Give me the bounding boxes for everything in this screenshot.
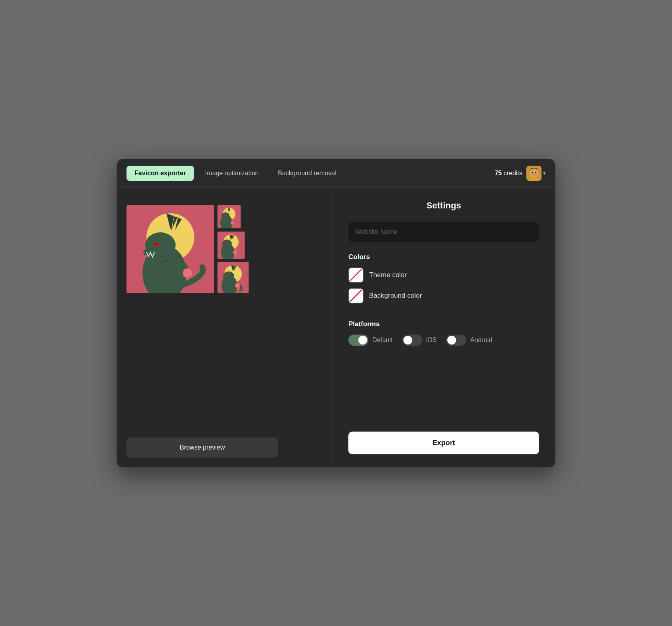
avatar-image	[526, 166, 542, 181]
credits-text: 75 credits	[495, 170, 522, 177]
background-color-swatch[interactable]	[348, 288, 364, 303]
svg-point-3	[535, 172, 536, 173]
main-content: Browse preview Settings Colors Theme col…	[117, 188, 555, 467]
platforms-label: Platforms	[348, 320, 539, 328]
swatch-slash-icon	[349, 268, 363, 282]
right-panel: Settings Colors Theme color Back	[332, 188, 555, 467]
nav-bar: Favicon exporter Image optimization Back…	[117, 159, 555, 188]
platform-ios-label: iOS	[426, 337, 437, 344]
platforms-section: Platforms Default iOS	[348, 320, 539, 346]
toggle-ios[interactable]	[402, 335, 422, 346]
background-color-row: Background color	[348, 288, 539, 303]
app-window: Favicon exporter Image optimization Back…	[117, 159, 555, 468]
svg-point-36	[226, 274, 228, 276]
avatar	[526, 166, 542, 181]
toggle-android[interactable]	[446, 335, 466, 346]
background-color-label: Background color	[369, 292, 422, 300]
bottom-bar-left: Browse preview	[126, 431, 322, 458]
svg-point-12	[155, 243, 158, 246]
credits-area: 75 credits	[495, 166, 546, 181]
small-previews	[217, 205, 249, 293]
colors-label: Colors	[348, 253, 539, 261]
left-panel: Browse preview	[117, 188, 332, 467]
toggle-android-knob	[447, 336, 456, 345]
svg-rect-4	[530, 178, 538, 181]
preview-area	[126, 197, 322, 431]
platform-default: Default	[348, 335, 393, 346]
platform-android: Android	[446, 335, 492, 346]
user-avatar-button[interactable]: ▾	[526, 166, 546, 181]
swatch-slash-bg-icon	[349, 289, 363, 303]
platform-ios: iOS	[402, 335, 437, 346]
browse-preview-button[interactable]: Browse preview	[126, 438, 278, 458]
theme-color-label: Theme color	[369, 271, 407, 279]
platform-android-label: Android	[470, 337, 492, 344]
svg-point-2	[532, 172, 533, 173]
toggle-ios-knob	[403, 336, 412, 345]
theme-color-swatch[interactable]	[348, 267, 364, 283]
platform-default-label: Default	[372, 337, 393, 344]
small-preview-3	[217, 262, 249, 293]
svg-point-1	[530, 168, 538, 178]
toggle-default[interactable]	[348, 335, 368, 346]
colors-section: Colors Theme color Background color	[348, 253, 539, 309]
small-preview-2	[217, 232, 245, 259]
tab-favicon-exporter[interactable]: Favicon exporter	[126, 166, 194, 181]
chevron-down-icon: ▾	[543, 170, 546, 176]
favicon-preview-group	[126, 205, 249, 293]
small-preview-1	[217, 205, 241, 228]
svg-point-20	[224, 214, 225, 216]
svg-point-38	[235, 283, 240, 288]
svg-point-30	[233, 250, 237, 254]
svg-point-28	[225, 242, 227, 244]
website-name-input[interactable]	[348, 222, 539, 242]
export-button[interactable]: Export	[348, 432, 539, 454]
theme-color-row: Theme color	[348, 267, 539, 283]
platforms-row: Default iOS Android	[348, 335, 539, 346]
tab-background-removal[interactable]: Background removal	[270, 166, 344, 181]
toggle-default-knob	[358, 336, 367, 345]
main-favicon-svg	[126, 205, 214, 293]
main-preview-image	[126, 205, 214, 293]
settings-title: Settings	[348, 200, 539, 211]
svg-point-22	[231, 221, 234, 224]
tab-image-optimization[interactable]: Image optimization	[197, 166, 267, 181]
